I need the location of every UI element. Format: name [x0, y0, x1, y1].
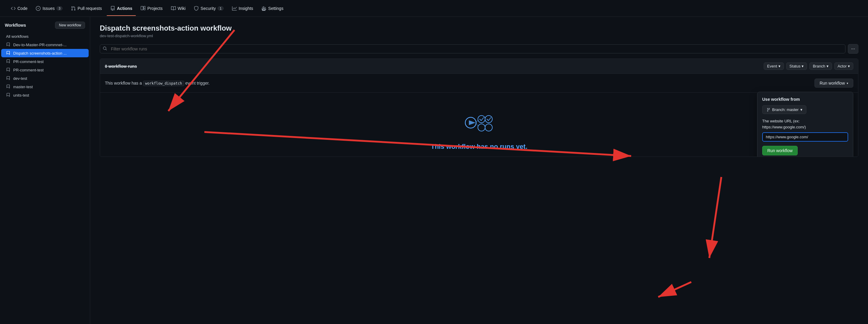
runs-table-header: 0 workflow runs Event ▾ Status ▾ Branch …: [100, 59, 858, 74]
no-runs-text: This workflow has no runs yet.: [431, 143, 527, 151]
actions-icon: [110, 6, 115, 11]
run-workflow-submit-button[interactable]: Run workflow: [762, 146, 798, 155]
nav-settings[interactable]: Settings: [258, 4, 287, 13]
branch-select-button[interactable]: Branch: master ▾: [762, 105, 806, 114]
nav-insights-label: Insights: [239, 6, 253, 11]
more-options-button[interactable]: ···: [848, 44, 858, 54]
run-workflow-label: Run workflow: [819, 81, 845, 85]
sidebar-master-test-label: master-test: [13, 84, 33, 89]
pr-icon: [71, 6, 76, 11]
dispatch-text: This workflow has a workflow_dispatch ev…: [105, 81, 210, 85]
workflow-icon-active: [6, 51, 11, 56]
top-nav: Code Issues 3 Pull requests Actions Proj…: [0, 0, 868, 17]
filter-input-wrap: [100, 44, 845, 53]
run-workflow-button[interactable]: Run workflow ▾: [814, 79, 853, 87]
nav-pull-requests[interactable]: Pull requests: [67, 4, 105, 13]
event-filter-label: Event: [767, 64, 777, 68]
nav-projects[interactable]: Projects: [137, 4, 166, 13]
filter-search-icon: [103, 46, 107, 51]
sidebar-item-dispatch-screenshots[interactable]: Dispatch screenshots-action ...: [1, 49, 89, 57]
issues-badge: 3: [57, 6, 63, 10]
svg-point-3: [485, 115, 492, 123]
sidebar-dispatch-label: Dispatch screenshots-action ...: [13, 51, 67, 56]
sidebar-item-master-test[interactable]: master-test: [1, 82, 89, 91]
new-workflow-button[interactable]: New workflow: [55, 22, 85, 29]
actor-chevron-icon: ▾: [848, 64, 850, 68]
sidebar-units-test-label: units-test: [13, 93, 29, 98]
workflow-icon-pr1: [6, 59, 11, 64]
url-field-label: The website URL (ex: https://www.google.…: [762, 118, 848, 130]
workflow-icon: [6, 42, 11, 47]
no-runs-main: This workflow has no runs: [431, 143, 514, 150]
filter-dropdowns: Event ▾ Status ▾ Branch ▾ Actor ▾: [764, 62, 853, 70]
filter-bar: ···: [100, 44, 858, 54]
run-workflow-chevron: ▾: [847, 82, 848, 85]
sidebar-header: Workflows New workflow: [0, 22, 90, 32]
status-filter-label: Status: [789, 64, 801, 68]
sidebar-dev-test-label: dev-test: [13, 76, 27, 81]
branch-filter-dropdown[interactable]: Branch ▾: [809, 62, 832, 70]
insights-icon: [232, 6, 237, 11]
sidebar-item-all-workflows[interactable]: All workflows: [1, 32, 89, 40]
nav-code-label: Code: [18, 6, 27, 11]
nav-security[interactable]: Security 1: [190, 4, 227, 13]
svg-marker-1: [469, 120, 475, 125]
runs-count: 0 workflow runs: [105, 64, 137, 69]
actor-filter-dropdown[interactable]: Actor ▾: [834, 62, 853, 70]
nav-pr-label: Pull requests: [78, 6, 102, 11]
sidebar-dev-to-master-label: Dev-to-Master-PR-commnet-...: [13, 43, 67, 47]
workflow-title: Dispatch screenshots-action workflow: [100, 24, 858, 32]
workflow-filename: dev-test-dispatch-workflow.yml: [100, 34, 858, 38]
sidebar-all-workflows-label: All workflows: [6, 34, 29, 39]
status-filter-dropdown[interactable]: Status ▾: [786, 62, 807, 70]
nav-issues[interactable]: Issues 3: [32, 4, 66, 13]
main-layout: Workflows New workflow All workflows Dev…: [0, 17, 868, 324]
nav-settings-label: Settings: [268, 6, 283, 11]
wiki-icon: [171, 6, 176, 11]
nav-insights[interactable]: Insights: [228, 4, 257, 13]
projects-icon: [141, 6, 146, 11]
sidebar-title: Workflows: [5, 23, 26, 28]
sidebar-item-pr-comment-1[interactable]: PR-comment-test: [1, 57, 89, 66]
sidebar-item-units-test[interactable]: units-test: [1, 91, 89, 99]
branch-filter-label: Branch: [813, 64, 825, 68]
nav-actions-label: Actions: [117, 6, 132, 11]
sidebar-pr-comment1-label: PR-comment-test: [13, 60, 43, 64]
dropdown-title: Use workflow from: [762, 97, 848, 102]
workflow-icon-dev: [6, 76, 11, 81]
workflow-icon-pr2: [6, 68, 11, 72]
sidebar-item-dev-test[interactable]: dev-test: [1, 74, 89, 82]
nav-code[interactable]: Code: [7, 4, 31, 13]
nav-wiki-label: Wiki: [178, 6, 185, 11]
event-filter-dropdown[interactable]: Event ▾: [764, 62, 783, 70]
issue-icon: [36, 6, 40, 11]
settings-icon: [261, 6, 266, 11]
nav-issues-label: Issues: [42, 6, 54, 11]
code-icon: [11, 6, 16, 11]
sidebar-pr-comment2-label: PR-comment-test: [13, 68, 43, 72]
actor-filter-label: Actor: [838, 64, 847, 68]
security-icon: [194, 6, 199, 11]
svg-line-6: [476, 120, 478, 123]
svg-point-4: [478, 124, 485, 131]
dispatch-code: workflow_dispatch: [143, 81, 184, 86]
url-input[interactable]: [762, 132, 848, 142]
run-workflow-dropdown-panel: Use workflow from Branch: master ▾ The w…: [757, 92, 853, 157]
security-badge: 1: [218, 6, 224, 10]
dispatch-text-after: event trigger.: [185, 81, 210, 85]
main-content: Dispatch screenshots-action workflow dev…: [90, 17, 868, 324]
branch-select-label: Branch: master: [772, 107, 799, 112]
filter-input[interactable]: [100, 44, 845, 53]
nav-actions[interactable]: Actions: [107, 4, 136, 13]
svg-line-7: [476, 123, 478, 126]
branch-chevron-icon: ▾: [827, 64, 829, 68]
sidebar-item-dev-to-master[interactable]: Dev-to-Master-PR-commnet-...: [1, 40, 89, 49]
no-runs-highlight: yet.: [516, 143, 527, 150]
dispatch-text-before: This workflow has a: [105, 81, 142, 85]
svg-point-2: [478, 115, 485, 123]
workflow-illustration: [461, 111, 497, 136]
branch-select-chevron: ▾: [800, 107, 803, 112]
sidebar-item-pr-comment-2[interactable]: PR-comment-test: [1, 66, 89, 74]
dispatch-notice: This workflow has a workflow_dispatch ev…: [100, 74, 858, 93]
nav-wiki[interactable]: Wiki: [167, 4, 189, 13]
